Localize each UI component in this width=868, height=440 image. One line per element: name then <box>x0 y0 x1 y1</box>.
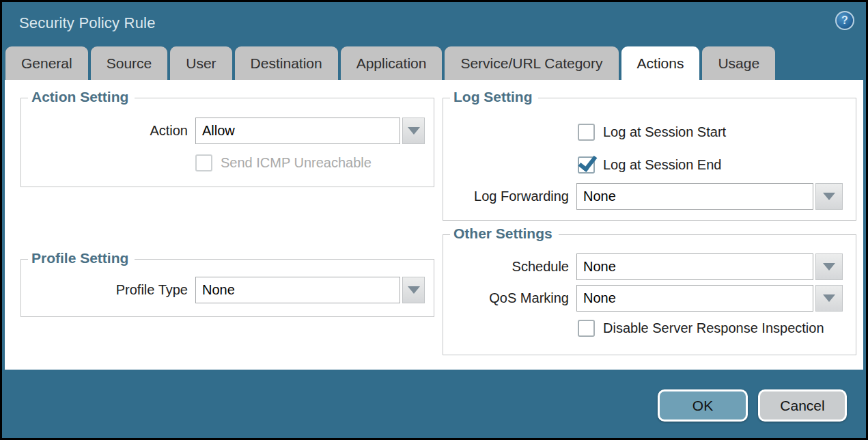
tab-application[interactable]: Application <box>341 46 443 80</box>
chevron-down-icon <box>823 193 835 200</box>
log-at-session-start-label: Log at Session Start <box>603 124 726 140</box>
tab-destination[interactable]: Destination <box>235 46 338 80</box>
send-icmp-unreachable-row: Send ICMP Unreachable <box>195 154 372 171</box>
schedule-row: Schedule None <box>443 253 843 280</box>
help-icon-glyph: ? <box>841 14 848 27</box>
action-dropdown-button[interactable] <box>402 118 425 144</box>
chevron-down-icon <box>408 286 420 294</box>
log-forwarding-dropdown-button[interactable] <box>815 183 843 210</box>
schedule-dropdown-button[interactable] <box>815 253 843 280</box>
cancel-button[interactable]: Cancel <box>758 389 847 422</box>
help-icon[interactable]: ? <box>835 11 854 30</box>
disable-server-response-inspection-label: Disable Server Response Inspection <box>603 320 824 336</box>
profile-type-dropdown-button[interactable] <box>402 277 425 303</box>
qos-marking-label: QoS Marking <box>443 290 576 306</box>
send-icmp-unreachable-checkbox <box>195 154 212 171</box>
other-settings-legend: Other Settings <box>450 225 559 242</box>
schedule-label: Schedule <box>443 259 576 275</box>
send-icmp-unreachable-label: Send ICMP Unreachable <box>221 155 372 171</box>
ok-button[interactable]: OK <box>658 389 748 422</box>
qos-marking-dropdown[interactable]: None <box>576 285 813 312</box>
disable-server-response-inspection-row[interactable]: Disable Server Response Inspection <box>578 320 824 337</box>
profile-type-dropdown[interactable]: None <box>195 277 400 303</box>
tab-service-url-category[interactable]: Service/URL Category <box>445 46 618 80</box>
log-at-session-end-checkbox[interactable] <box>578 156 595 174</box>
tab-user[interactable]: User <box>170 46 232 80</box>
tab-actions[interactable]: Actions <box>621 46 700 80</box>
log-at-session-end-row[interactable]: Log at Session End <box>578 156 721 174</box>
log-forwarding-dropdown[interactable]: None <box>576 183 813 210</box>
log-at-session-start-row[interactable]: Log at Session Start <box>578 124 726 141</box>
profile-type-row: Profile Type None <box>21 277 425 303</box>
log-forwarding-row: Log Forwarding None <box>443 183 843 210</box>
log-setting-legend: Log Setting <box>450 89 538 105</box>
security-policy-rule-dialog: Security Policy Rule ? General Source Us… <box>2 2 866 438</box>
action-dropdown[interactable]: Allow <box>195 118 400 144</box>
tab-usage[interactable]: Usage <box>702 46 775 80</box>
profile-setting-legend: Profile Setting <box>28 250 135 266</box>
log-forwarding-label: Log Forwarding <box>443 189 576 204</box>
chevron-down-icon <box>823 263 835 271</box>
action-label: Action <box>21 123 195 139</box>
tab-bar: General Source User Destination Applicat… <box>5 46 775 80</box>
content-panel: Action Setting Action Allow Send ICMP Un… <box>5 80 863 370</box>
action-row: Action Allow <box>21 118 425 144</box>
log-at-session-end-label: Log at Session End <box>603 157 721 173</box>
other-settings-group: Other Settings Schedule None QoS Marking… <box>443 234 856 355</box>
qos-marking-dropdown-button[interactable] <box>815 285 843 312</box>
tab-general[interactable]: General <box>5 46 88 80</box>
profile-setting-group: Profile Setting Profile Type None <box>20 259 434 317</box>
log-at-session-start-checkbox[interactable] <box>578 124 595 141</box>
profile-type-label: Profile Type <box>21 282 195 298</box>
dialog-title: Security Policy Rule <box>19 14 156 32</box>
disable-server-response-inspection-checkbox[interactable] <box>578 320 595 337</box>
action-setting-group: Action Setting Action Allow Send ICMP Un… <box>20 98 434 187</box>
action-setting-legend: Action Setting <box>28 89 135 105</box>
schedule-dropdown[interactable]: None <box>576 253 813 280</box>
qos-marking-row: QoS Marking None <box>443 285 843 312</box>
tab-source[interactable]: Source <box>91 46 168 80</box>
log-setting-group: Log Setting Log at Session Start Log at … <box>443 98 856 221</box>
chevron-down-icon <box>408 127 420 135</box>
chevron-down-icon <box>823 294 835 302</box>
